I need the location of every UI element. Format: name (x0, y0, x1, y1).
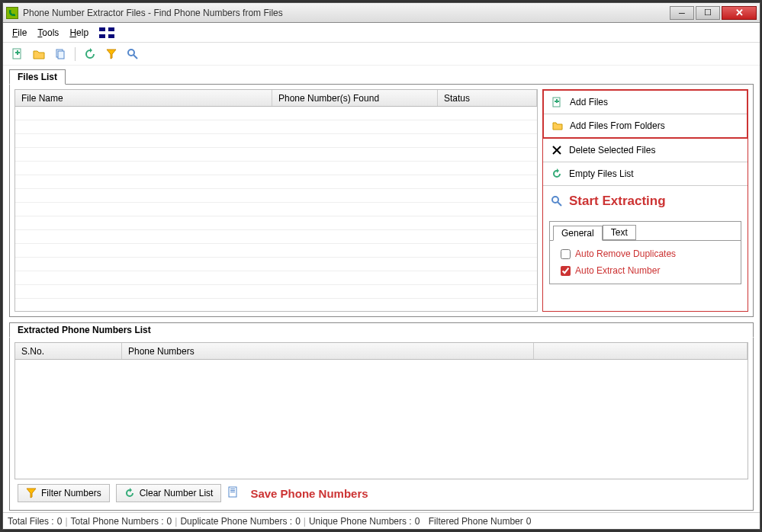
refresh-icon (551, 168, 563, 180)
chk-auto-extract-label: Auto Extract Number (575, 265, 660, 276)
menu-help[interactable]: Help (69, 27, 88, 38)
extracted-section: Extracted Phone Numbers List S.No. Phone… (9, 322, 754, 511)
empty-list-button[interactable]: Empty Files List (543, 162, 748, 186)
chk-auto-remove-dup-label: Auto Remove Duplicates (575, 248, 676, 259)
status-unique-lbl: Unique Phone Numbers : (309, 516, 412, 527)
svg-rect-4 (58, 51, 64, 59)
status-filtered-val: 0 (526, 516, 532, 527)
filter-icon[interactable] (104, 47, 118, 61)
add-files-button[interactable]: Add Files (544, 91, 747, 114)
status-dup-lbl: Duplicate Phone Numbers : (180, 516, 292, 527)
svg-rect-16 (230, 490, 235, 491)
chk-auto-remove-dup-input[interactable] (561, 249, 571, 259)
save-icon[interactable] (227, 486, 241, 500)
tab-extracted-list[interactable]: Extracted Phone Numbers List (9, 322, 754, 338)
files-grid[interactable]: File Name Phone Number(s) Found Status (14, 89, 538, 312)
chk-auto-remove-dup[interactable]: Auto Remove Duplicates (561, 248, 730, 259)
status-unique-val: 0 (415, 516, 420, 527)
magnify-icon (551, 195, 563, 207)
status-dup-val: 0 (295, 516, 301, 527)
start-extracting-button[interactable]: Start Extracting (543, 186, 748, 216)
minimize-button[interactable]: ─ (670, 6, 694, 20)
maximize-button[interactable]: ☐ (696, 6, 720, 20)
file-plus-icon (551, 96, 564, 108)
add-folders-button[interactable]: Add Files From Folders (544, 114, 747, 137)
actions-pane: Add Files Add Files From Folders Delete … (542, 89, 748, 312)
col-phone[interactable]: Phone Numbers (122, 343, 534, 359)
search-icon[interactable] (126, 47, 140, 61)
close-button[interactable]: ✕ (722, 6, 757, 20)
toolbar (3, 43, 760, 66)
app-window: Phone Number Extractor Files - Find Phon… (2, 2, 760, 530)
col-sno[interactable]: S.No. (15, 343, 122, 359)
col-status[interactable]: Status (438, 90, 537, 106)
svg-line-13 (558, 202, 561, 206)
close-icon (551, 144, 563, 156)
menubar: File Tools Help (3, 23, 760, 43)
delete-selected-label: Delete Selected Files (569, 145, 655, 155)
clear-list-button[interactable]: Clear Number List (116, 484, 222, 502)
files-grid-body (15, 107, 537, 299)
titlebar[interactable]: Phone Number Extractor Files - Find Phon… (3, 3, 760, 23)
svg-point-5 (128, 50, 134, 56)
flag-icon[interactable] (99, 27, 114, 38)
clear-list-label: Clear Number List (140, 488, 214, 498)
tab-files-list[interactable]: Files List (9, 69, 66, 85)
svg-line-6 (133, 55, 137, 59)
status-total-phone-val: 0 (167, 516, 172, 527)
statusbar: Total Files : 0 | Total Phone Numbers : … (3, 512, 760, 529)
window-title: Phone Number Extractor Files - Find Phon… (23, 8, 670, 18)
col-file-name[interactable]: File Name (15, 90, 272, 106)
files-list-section: Files List File Name Phone Number(s) Fou… (9, 69, 754, 317)
bottom-actions: Filter Numbers Clear Number List Save Ph… (14, 479, 748, 505)
chk-auto-extract-input[interactable] (561, 266, 571, 276)
chk-auto-extract[interactable]: Auto Extract Number (561, 265, 730, 276)
add-folder-icon[interactable] (32, 47, 46, 61)
copy-icon[interactable] (53, 47, 67, 61)
extracted-grid[interactable]: S.No. Phone Numbers (14, 342, 748, 479)
status-filtered-lbl: Filtered Phone Number (429, 516, 523, 527)
add-files-label: Add Files (570, 97, 608, 107)
tab-general[interactable]: General (553, 226, 603, 241)
tab-text[interactable]: Text (603, 225, 636, 240)
status-total-phone-lbl: Total Phone Numbers : (71, 516, 164, 527)
svg-rect-9 (555, 101, 559, 102)
filter-numbers-button[interactable]: Filter Numbers (18, 484, 110, 502)
content-area: Files List File Name Phone Number(s) Fou… (3, 66, 760, 512)
svg-rect-2 (15, 52, 20, 53)
folder-icon (551, 120, 564, 132)
app-icon (6, 7, 18, 19)
add-folders-label: Add Files From Folders (570, 120, 665, 131)
refresh-icon (124, 488, 135, 498)
options-box: General Text Auto Remove Duplicates (549, 221, 741, 284)
save-numbers-button[interactable]: Save Phone Numbers (250, 487, 368, 500)
svg-point-12 (552, 197, 558, 203)
status-total-files-lbl: Total Files : (8, 516, 54, 527)
start-extracting-label: Start Extracting (569, 194, 666, 209)
col-phone-found[interactable]: Phone Number(s) Found (272, 90, 438, 106)
menu-tools[interactable]: Tools (37, 27, 59, 38)
col-empty[interactable] (534, 343, 748, 359)
add-file-icon[interactable] (11, 47, 24, 61)
svg-rect-15 (230, 489, 235, 489)
filter-numbers-label: Filter Numbers (41, 488, 101, 498)
svg-rect-17 (230, 492, 235, 492)
funnel-icon (26, 488, 37, 498)
toolbar-separator (75, 47, 76, 61)
menu-file[interactable]: File (12, 27, 27, 38)
delete-selected-button[interactable]: Delete Selected Files (543, 139, 748, 162)
status-total-files-val: 0 (57, 516, 63, 527)
refresh-icon[interactable] (83, 47, 97, 61)
empty-list-label: Empty Files List (569, 168, 634, 179)
